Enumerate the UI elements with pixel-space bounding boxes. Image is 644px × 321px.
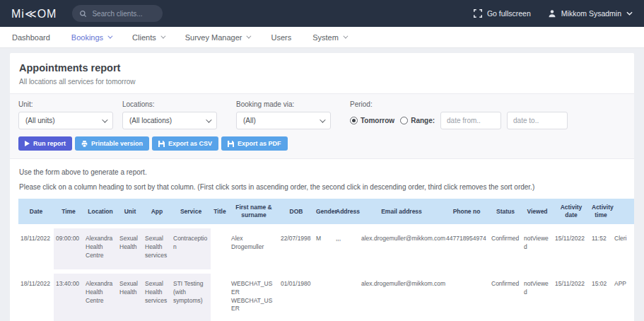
column-header-time[interactable]: Time: [54, 199, 83, 224]
column-header-address[interactable]: Address: [334, 199, 359, 224]
cell: notViewed: [522, 228, 553, 269]
chevron-down-icon: [107, 34, 112, 39]
cell: [211, 274, 229, 321]
cell: Sexual Health services: [143, 274, 171, 321]
nav-item-label: System: [312, 33, 339, 42]
printable-version-button[interactable]: Printable version: [75, 136, 149, 151]
nav-item-survey-manager[interactable]: Survey Manager: [185, 33, 250, 42]
radio-tomorrow[interactable]: Tomorrow: [350, 117, 394, 124]
user-name: Mikkom Sysadmin: [561, 9, 621, 18]
locations-label: Locations:: [122, 100, 217, 108]
locations-select-value: (All locations): [129, 117, 172, 124]
export-csv-button[interactable]: Export as CSV: [152, 136, 218, 151]
column-header-gender[interactable]: Gender: [314, 199, 334, 224]
booking-via-select[interactable]: (All): [236, 112, 331, 129]
brand-logo[interactable]: Mi≪OM: [11, 7, 57, 21]
instruction-line-1: Use the form above to generate a report.: [19, 168, 625, 176]
column-header-unit[interactable]: Unit: [117, 199, 143, 224]
instructions: Use the form above to generate a report.…: [10, 159, 634, 191]
nav-item-label: Users: [271, 33, 291, 42]
cell: Sexual Health services: [143, 228, 171, 269]
column-header-viewed[interactable]: Viewed: [522, 199, 553, 224]
radio-range[interactable]: Range:: [400, 117, 435, 124]
nav-item-label: Clients: [132, 33, 156, 42]
radio-range-control[interactable]: [400, 117, 408, 124]
locations-filter-group: Locations: (All locations): [122, 100, 217, 129]
cell: [444, 274, 489, 321]
column-header-phone-no[interactable]: Phone no: [444, 199, 489, 224]
export-pdf-button[interactable]: Export as PDF: [221, 136, 288, 151]
appointment-time-link[interactable]: 13:40:00: [54, 274, 83, 321]
cell: alex.drogemuller@mikkom.com: [359, 228, 444, 269]
nav-item-system[interactable]: System: [312, 33, 346, 42]
cell: alex.drogemuller@mikkom.com: [359, 274, 444, 321]
column-header-date[interactable]: Date: [18, 199, 54, 224]
run-report-button[interactable]: Run report: [18, 136, 72, 151]
page-title: Appointments report: [19, 62, 625, 74]
instruction-line-2: Please click on a column heading to sort…: [19, 183, 625, 191]
locations-select[interactable]: (All locations): [122, 112, 217, 129]
client-name-link[interactable]: Alex Drogemuller: [229, 228, 279, 269]
cell: STI Testing (with symptoms): [171, 274, 211, 321]
column-header-service[interactable]: Service: [171, 199, 211, 224]
cell: Alexandra Health Centre: [83, 228, 117, 269]
nav-item-clients[interactable]: Clients: [132, 33, 164, 42]
column-header-status[interactable]: Status: [489, 199, 522, 224]
chevron-down-icon: [343, 34, 348, 39]
column-header-activity-date[interactable]: Activity date: [553, 199, 590, 224]
appointments-table: DateTimeLocationUnitAppServiceTitleFirst…: [18, 194, 634, 321]
cell: 11:52: [590, 228, 612, 269]
column-header-location[interactable]: Location: [83, 199, 117, 224]
go-fullscreen-button[interactable]: Go fullscreen: [474, 9, 531, 18]
table-header-row: DateTimeLocationUnitAppServiceTitleFirst…: [18, 199, 634, 224]
cell: [211, 228, 229, 269]
cell: M: [314, 228, 334, 269]
cell: Confirmed: [489, 274, 522, 321]
period-filter-group: Period: Tomorrow Range:: [350, 100, 568, 129]
cell: [334, 274, 359, 321]
date-from-input[interactable]: [440, 112, 501, 129]
chevron-down-icon: [160, 34, 165, 39]
save-icon: [158, 141, 165, 147]
export-pdf-label: Export as PDF: [238, 140, 281, 147]
cell: Sexual Health: [117, 228, 143, 269]
cell: notViewed: [522, 274, 553, 321]
radio-tomorrow-control[interactable]: [350, 117, 358, 124]
main-nav: DashboardBookingsClientsSurvey ManagerUs…: [0, 27, 644, 48]
play-icon: [25, 141, 30, 146]
radio-tomorrow-label: Tomorrow: [361, 117, 394, 124]
column-header-app[interactable]: App: [143, 199, 171, 224]
cell: 15:02: [590, 274, 612, 321]
column-header-activity-time[interactable]: Activity time: [590, 199, 612, 224]
nav-item-users[interactable]: Users: [271, 33, 291, 42]
column-header-dob[interactable]: DOB: [279, 199, 314, 224]
report-header: Appointments report All locations all se…: [10, 53, 634, 93]
appointment-time-link[interactable]: 09:00:00: [54, 228, 83, 269]
cell: Confirmed: [489, 228, 522, 269]
column-header-email-address[interactable]: Email address: [359, 199, 444, 224]
search-input[interactable]: [92, 10, 156, 18]
fullscreen-icon: [474, 9, 482, 18]
cell: Cleri: [612, 228, 634, 269]
cell: 18/11/2022: [18, 228, 54, 269]
client-search[interactable]: [72, 5, 163, 22]
column-header-acti[interactable]: Acti: [612, 199, 634, 224]
client-name-link[interactable]: WEBCHAT_USER WEBCHAT_USER: [229, 274, 279, 321]
date-to-input[interactable]: [507, 112, 568, 129]
unit-select[interactable]: (All units): [18, 112, 113, 129]
top-bar: Mi≪OM Go fullscreen Mikkom Sysadmin: [0, 0, 644, 27]
page-subtitle: All locations all services for tomorrow: [19, 78, 625, 86]
cell: Sexual Health: [117, 274, 143, 321]
column-header-first-name-surname[interactable]: First name & surname: [229, 199, 279, 224]
nav-item-label: Bookings: [71, 33, 103, 42]
user-menu[interactable]: Mikkom Sysadmin: [548, 9, 633, 18]
cell: 01/01/1980: [279, 274, 314, 321]
column-header-title[interactable]: Title: [211, 199, 229, 224]
chevron-down-icon: [320, 117, 325, 122]
cell: 15/11/2022: [553, 228, 590, 269]
nav-item-dashboard[interactable]: Dashboard: [12, 33, 50, 42]
nav-item-bookings[interactable]: Bookings: [71, 33, 111, 42]
report-card: Appointments report All locations all se…: [10, 53, 634, 321]
save-icon: [228, 141, 234, 147]
printer-icon: [81, 141, 88, 147]
